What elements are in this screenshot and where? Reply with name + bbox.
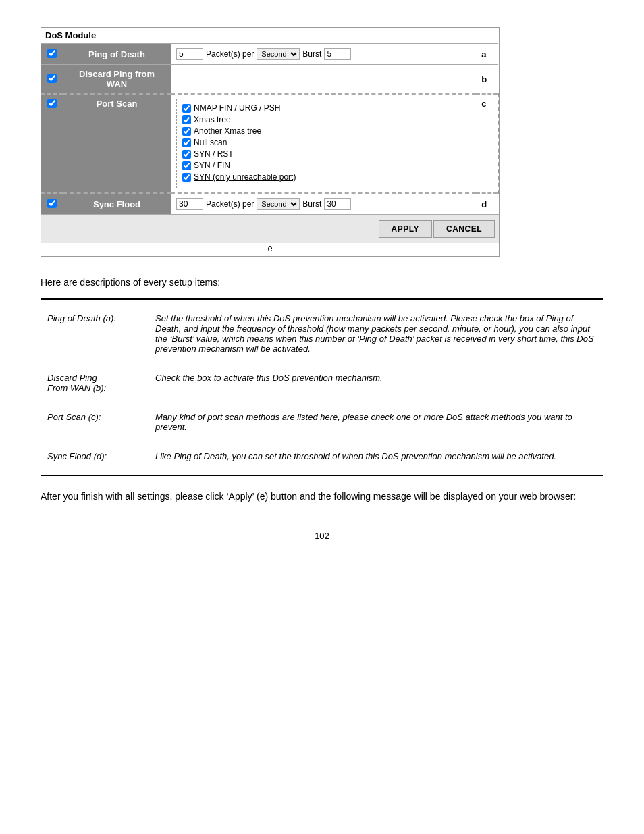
sync-flood-label: Sync Flood bbox=[63, 193, 171, 214]
discard-ping-label: Discard Ping from WAN bbox=[63, 65, 171, 95]
discard-ping-checkbox[interactable] bbox=[47, 74, 57, 83]
syn-fin-checkbox[interactable] bbox=[182, 161, 191, 170]
xmas-tree-checkbox[interactable] bbox=[182, 115, 191, 124]
desc-row-0: Ping of Death (a): Set the threshold of … bbox=[41, 304, 603, 363]
port-scan-label: Port Scan bbox=[63, 94, 171, 193]
discard-ping-checkbox-cell bbox=[41, 65, 63, 95]
def-1: Check the box to activate this DoS preve… bbox=[149, 363, 603, 402]
ping-of-death-per-label: Packet(s) per bbox=[206, 49, 254, 59]
ping-of-death-burst-label: Burst bbox=[302, 49, 321, 59]
desc-row-2: Port Scan (c): Many kind of port scan me… bbox=[41, 402, 603, 442]
dos-module-title: DoS Module bbox=[41, 28, 499, 43]
syn-fin-label: SYN / FIN bbox=[194, 161, 230, 170]
dos-module-container: DoS Module Ping of Death Packet(s) per S… bbox=[41, 27, 500, 257]
ping-of-death-packets-input[interactable] bbox=[176, 48, 203, 60]
def-0: Set the threshold of when this DoS preve… bbox=[149, 304, 603, 363]
descriptions-table: Ping of Death (a): Set the threshold of … bbox=[41, 304, 603, 471]
sync-flood-per-label: Packet(s) per bbox=[206, 199, 254, 209]
xmas-tree-label: Xmas tree bbox=[194, 115, 231, 124]
sync-flood-letter: d bbox=[476, 193, 498, 214]
port-scan-option-3: Null scan bbox=[182, 138, 386, 147]
term-2: Port Scan (c): bbox=[41, 402, 149, 442]
sync-flood-packets-input[interactable] bbox=[176, 198, 203, 210]
dos-table: Ping of Death Packet(s) per Second Minut… bbox=[41, 43, 499, 214]
top-separator bbox=[41, 298, 603, 300]
def-2: Many kind of port scan methods are liste… bbox=[149, 402, 603, 442]
syn-unreachable-checkbox[interactable] bbox=[182, 173, 191, 182]
nmap-fin-label: NMAP FIN / URG / PSH bbox=[194, 103, 280, 113]
port-scan-options: NMAP FIN / URG / PSH Xmas tree Another X… bbox=[176, 99, 392, 188]
sync-flood-burst-input[interactable] bbox=[324, 198, 351, 210]
port-scan-option-2: Another Xmas tree bbox=[182, 126, 386, 136]
discard-ping-row: Discard Ping from WAN b bbox=[41, 65, 498, 95]
term-0: Ping of Death (a): bbox=[41, 304, 149, 363]
bottom-separator bbox=[41, 475, 603, 476]
term-1: Discard PingFrom WAN (b): bbox=[41, 363, 149, 402]
def-3: Like Ping of Death, you can set the thre… bbox=[149, 442, 603, 471]
page-number: 102 bbox=[41, 531, 603, 541]
desc-row-3: Sync Flood (d): Like Ping of Death, you … bbox=[41, 442, 603, 471]
discard-ping-config bbox=[171, 65, 476, 95]
nmap-fin-checkbox[interactable] bbox=[182, 104, 191, 113]
cancel-button[interactable]: CANCEL bbox=[433, 220, 495, 238]
null-scan-checkbox[interactable] bbox=[182, 138, 191, 147]
apply-letter-label: e bbox=[267, 243, 272, 253]
null-scan-label: Null scan bbox=[194, 138, 227, 147]
sync-flood-row: Sync Flood Packet(s) per Second Minute H… bbox=[41, 193, 498, 214]
ping-of-death-label: Ping of Death bbox=[63, 44, 171, 65]
port-scan-option-5: SYN / FIN bbox=[182, 161, 386, 170]
port-scan-letter: c bbox=[476, 94, 498, 193]
sync-flood-checkbox-cell bbox=[41, 193, 63, 214]
another-xmas-tree-label: Another Xmas tree bbox=[194, 126, 261, 136]
sync-flood-config: Packet(s) per Second Minute Hour Burst bbox=[171, 193, 476, 214]
syn-unreachable-label: SYN (only unreachable port) bbox=[194, 172, 296, 182]
desc-row-1: Discard PingFrom WAN (b): Check the box … bbox=[41, 363, 603, 402]
another-xmas-tree-checkbox[interactable] bbox=[182, 127, 191, 136]
port-scan-row: Port Scan NMAP FIN / URG / PSH Xmas tree bbox=[41, 94, 498, 193]
ping-of-death-checkbox-cell bbox=[41, 44, 63, 65]
sync-flood-checkbox[interactable] bbox=[47, 199, 57, 208]
ping-of-death-letter: a bbox=[476, 44, 498, 65]
footer-text: After you finish with all settings, plea… bbox=[41, 490, 603, 504]
discard-ping-letter: b bbox=[476, 65, 498, 95]
ping-of-death-config: Packet(s) per Second Minute Hour Burst bbox=[171, 44, 476, 65]
syn-rst-checkbox[interactable] bbox=[182, 150, 191, 159]
term-3: Sync Flood (d): bbox=[41, 442, 149, 471]
buttons-row: APPLY CANCEL bbox=[41, 214, 499, 243]
description-intro: Here are descriptions of every setup ite… bbox=[41, 277, 603, 288]
port-scan-option-0: NMAP FIN / URG / PSH bbox=[182, 103, 386, 113]
port-scan-option-6: SYN (only unreachable port) bbox=[182, 172, 386, 182]
sync-flood-unit-select[interactable]: Second Minute Hour bbox=[257, 198, 300, 210]
ping-of-death-checkbox[interactable] bbox=[47, 49, 57, 58]
syn-rst-label: SYN / RST bbox=[194, 149, 234, 159]
port-scan-option-4: SYN / RST bbox=[182, 149, 386, 159]
ping-of-death-row: Ping of Death Packet(s) per Second Minut… bbox=[41, 44, 498, 65]
ping-of-death-burst-input[interactable] bbox=[324, 48, 351, 60]
sync-flood-burst-label: Burst bbox=[302, 199, 321, 209]
port-scan-config: NMAP FIN / URG / PSH Xmas tree Another X… bbox=[171, 94, 476, 193]
apply-button[interactable]: APPLY bbox=[379, 220, 432, 238]
port-scan-option-1: Xmas tree bbox=[182, 115, 386, 124]
ping-of-death-unit-select[interactable]: Second Minute Hour bbox=[257, 48, 300, 60]
port-scan-checkbox-cell bbox=[41, 94, 63, 193]
port-scan-checkbox[interactable] bbox=[47, 99, 57, 108]
